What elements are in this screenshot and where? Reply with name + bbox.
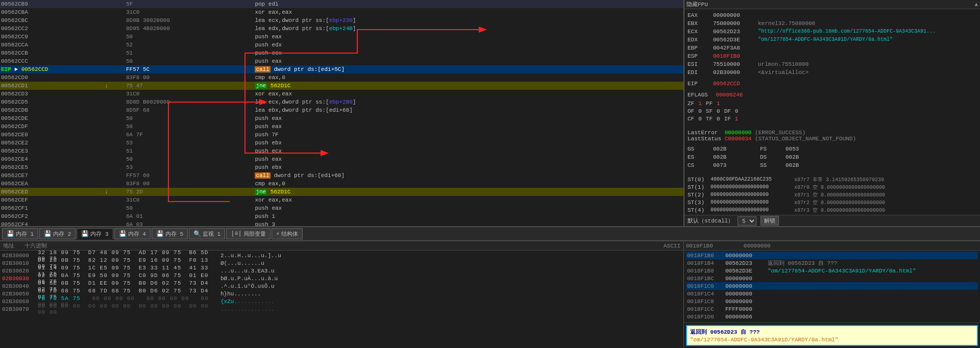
table-row[interactable]: 00562CDF 50 push eax: [0, 122, 683, 131]
table-row[interactable]: 00562CBA 31C0 xor eax,eax: [0, 8, 683, 16]
last-error-section: LastError 00000000 (ERROR_SUCCESS) LastS…: [688, 130, 977, 142]
table-row[interactable]: 00562CED ↓ 75 2D jne 562D1C: [0, 188, 683, 196]
disasm-table: 00562CB9 5F pop edi 00562CBA 31C0 xor ea…: [0, 0, 683, 226]
reg-value: 00562CCD: [713, 81, 754, 87]
table-row[interactable]: 00562CB9 5F pop edi: [0, 0, 683, 8]
stack-val: 00000060: [725, 321, 764, 324]
tab-label: 内存 3: [90, 230, 108, 238]
row-addr: 00562CCB: [0, 49, 104, 57]
row-instr: jne 562D1C: [254, 188, 683, 196]
disasm-scroll[interactable]: 00562CB9 5F pop edi 00562CBA 31C0 xor ea…: [0, 0, 683, 226]
reg-name: EBP: [688, 45, 713, 51]
fpu-reg-name: ST(3): [688, 200, 710, 206]
fpu-toggle[interactable]: ▲: [974, 2, 978, 8]
reg-row-esp: ESP 0018F1B0: [688, 52, 977, 60]
table-row[interactable]: 00562CDE 50 push eax: [0, 114, 683, 122]
row-bytes: 5F: [125, 0, 254, 8]
stack-row: 0018F1B0 00000000: [686, 252, 978, 259]
table-row[interactable]: 00562CD3 31C0 xor eax,eax: [0, 90, 683, 98]
row-instr: push ecx: [254, 49, 683, 57]
seg-name: CS: [688, 162, 713, 168]
stack-header-addr: 0018F1B0: [686, 243, 713, 249]
row-addr: 00562CC2: [0, 24, 104, 33]
tab-memory4[interactable]: 💾 内存 4: [114, 228, 151, 239]
tab-struct[interactable]: ⚡ 结构体: [272, 228, 303, 239]
stdcall-label: 默认（stdcall）: [688, 217, 733, 225]
mem-addr: 02B30020: [2, 268, 38, 274]
stdcall-unlock-button[interactable]: 解锁: [761, 216, 779, 226]
row-bytes: FF57 60: [125, 171, 254, 180]
memory-content[interactable]: 02B30000 32 18 09 75 D7 48 09 75 AD 17 0…: [0, 251, 683, 348]
table-row[interactable]: 00562CF2 6A 01 push 1: [0, 212, 683, 220]
table-row[interactable]: 00562CC9 50 push eax: [0, 33, 683, 41]
table-row[interactable]: 00562CE4 50 push eax: [0, 155, 683, 163]
row-addr: 00562CE7: [0, 171, 104, 180]
table-row[interactable]: 00562CE0 6A 7F push 7F: [0, 131, 683, 139]
table-row[interactable]: 00562CCA 52 push edx: [0, 41, 683, 49]
stack-addr: 0018F1B4: [687, 260, 725, 266]
flag-val: 1: [698, 101, 702, 108]
error-value: 00000000: [725, 130, 752, 136]
stack-val: 00000000: [725, 291, 764, 297]
row-jump: [104, 114, 125, 122]
row-instr: push 3: [254, 220, 683, 226]
stack-comment: "om/1277654-ADDFC-9A343C3A91D/YARDY/8a.h…: [768, 268, 916, 274]
row-jump: [104, 180, 125, 188]
table-row[interactable]: 00562CEA 83F8 00 cmp eax,0: [0, 180, 683, 188]
reg-name: ECX: [688, 29, 713, 35]
stack-val: 00000000: [725, 253, 764, 259]
table-row[interactable]: 00562CE5 53 push ebx: [0, 163, 683, 171]
table-row[interactable]: 00562CEF 31C0 xor eax,eax: [0, 196, 683, 204]
table-row[interactable]: 00562CF4 6A 03 push 3: [0, 220, 683, 226]
row-bytes: 6A 03: [125, 220, 254, 226]
stack-val: 00000000: [725, 283, 764, 289]
row-jump: [104, 24, 125, 33]
row-jump: [104, 41, 125, 49]
flag-val: 0: [698, 116, 702, 123]
table-row[interactable]: 00562CD5 8D8D B0020000 lea ecx,dword ptr…: [0, 98, 683, 106]
table-row[interactable]: 00562CD1 ↓ 75 47 jne 562D1C: [0, 82, 683, 90]
table-row[interactable]: 00562CBC 8D8B 30020000 lea ecx,dword ptr…: [0, 16, 683, 24]
table-row[interactable]: 00562CE2 53 push ebx: [0, 139, 683, 147]
stack-panel[interactable]: 0018F1B0 00000000 0018F1B4 00562D23 返回到 …: [684, 251, 980, 323]
row-jump: [104, 33, 125, 41]
row-addr: 00562CBC: [0, 16, 104, 24]
tab-locals[interactable]: |≡| 局部变量: [226, 228, 271, 239]
table-row[interactable]: 00562CE7 FF57 60 call dword ptr ds:[edi+…: [0, 171, 683, 180]
table-row[interactable]: 00562CE3 51 push ecx: [0, 147, 683, 155]
table-row[interactable]: 00562CDB 8D5F 68 lea ebx,dword ptr ds:[e…: [0, 106, 683, 114]
seg-val: 002B: [786, 154, 826, 160]
tab-memory3[interactable]: 💾 内存 3: [77, 228, 113, 239]
row-addr: 00562CCA: [0, 41, 104, 49]
table-row[interactable]: 00562CF1 50 push eax: [0, 204, 683, 212]
memory-panel: 地址 十六进制 ASCII 02B30000 32 18 09 75 D7 48…: [0, 241, 684, 348]
tab-watch1[interactable]: 🔍 监视 1: [189, 228, 225, 239]
stdcall-select[interactable]: 5: [738, 216, 756, 226]
table-row[interactable]: 00562CCB 51 push ecx: [0, 49, 683, 57]
row-instr: lea ecx,dword ptr ss:[ebp+230]: [254, 16, 683, 24]
row-addr: 00562CDE: [0, 114, 104, 122]
tab-memory1[interactable]: 💾 内存 1: [2, 228, 38, 239]
memory-icon: 💾: [156, 230, 164, 238]
flag-val: 1: [735, 116, 739, 123]
table-row[interactable]: 00562CC2 8D95 4B020000 lea edx,dword ptr…: [0, 24, 683, 33]
row-jump: [104, 204, 125, 212]
row-addr: 00562CB9: [0, 0, 104, 8]
row-addr: 00562CD3: [0, 90, 104, 98]
row-bytes: 31C0: [125, 196, 254, 204]
top-area: 00562CB9 5F pop edi 00562CBA 31C0 xor ea…: [0, 0, 980, 227]
row-bytes: 75 47: [125, 82, 254, 90]
reg-row-esi: ESI 75510000 urlmon.75510000: [688, 60, 977, 68]
table-row[interactable]: 00562CCC 50 push eax: [0, 57, 683, 65]
row-instr: push eax: [254, 114, 683, 122]
tab-memory5[interactable]: 💾 内存 5: [152, 228, 188, 239]
row-jump: [104, 131, 125, 139]
stdcall-bar: 默认（stdcall） 5 解锁: [684, 215, 980, 226]
main-container: 00562CB9 5F pop edi 00562CBA 31C0 xor ea…: [0, 0, 980, 348]
fpu-reg-extra: x87r3 空 0.0000000000000000000: [794, 207, 885, 214]
table-row[interactable]: 00562CD0 83F8 00 cmp eax,0: [0, 73, 683, 82]
row-jump: [104, 8, 125, 16]
eip-row[interactable]: EIP ► 00562CCD FF57 5C call dword ptr ds…: [0, 65, 683, 73]
stack-header-val: 00000000: [744, 243, 771, 249]
tab-memory2[interactable]: 💾 内存 2: [39, 228, 76, 239]
